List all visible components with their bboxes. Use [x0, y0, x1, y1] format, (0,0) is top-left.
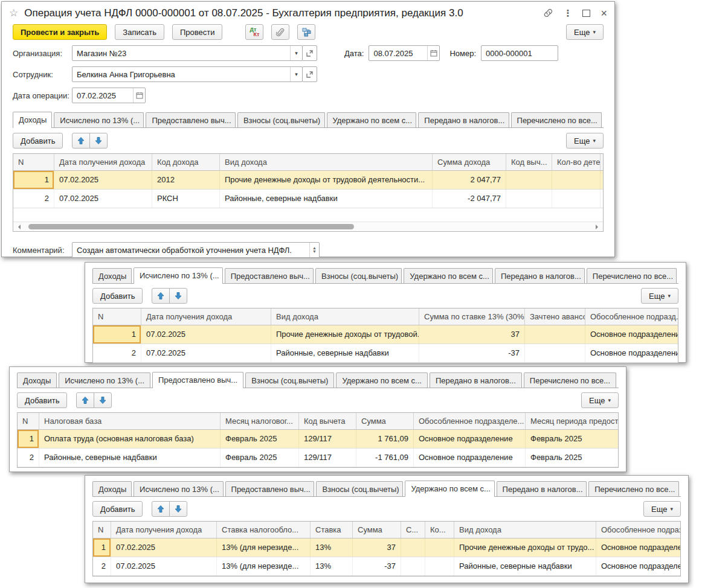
cell[interactable]: Районные, северные надбавки	[271, 344, 419, 362]
column-header[interactable]: Вид дохода	[454, 522, 596, 538]
cell[interactable]: 2	[13, 190, 54, 208]
column-header[interactable]: N	[13, 154, 54, 170]
cell[interactable]: -2 047,77	[433, 190, 506, 208]
more-button[interactable]: Еще▾	[566, 24, 604, 40]
cell[interactable]: Основное подразделение	[585, 325, 678, 344]
cell[interactable]: Районные, северные надбавки	[39, 449, 221, 467]
scroll-right-icon[interactable]	[596, 225, 601, 229]
column-header[interactable]: Вид дохода	[271, 308, 419, 325]
cell[interactable]: 07.02.2025	[111, 538, 217, 557]
link-icon[interactable]	[544, 8, 553, 18]
cell[interactable]	[425, 538, 454, 557]
column-header[interactable]: Дата получения дохода	[141, 308, 271, 325]
cell[interactable]: 07.02.2025	[141, 325, 271, 344]
favorite-star-icon[interactable]: ☆	[9, 7, 18, 19]
move-up-button[interactable]	[72, 133, 90, 149]
cell[interactable]	[525, 344, 585, 362]
column-header[interactable]: Месяц периода предост...	[526, 413, 619, 429]
horizontal-scrollbar[interactable]	[13, 222, 603, 231]
tab-4[interactable]: Взносы (соц.вычеты)	[237, 112, 325, 127]
cell[interactable]: Оплата труда (основная налоговая база)	[39, 430, 221, 448]
cell[interactable]: Районные, северные надбавки	[454, 557, 596, 575]
scrollbar-thumb[interactable]	[28, 224, 353, 229]
cell[interactable]	[506, 171, 552, 189]
cell[interactable]	[525, 325, 585, 344]
maximize-icon[interactable]	[582, 10, 590, 17]
cell[interactable]: Прочие денежные доходы от трудовой деяте…	[220, 171, 433, 189]
cell[interactable]: 2	[93, 344, 141, 362]
tab-6[interactable]: Передано в налогов...	[430, 372, 522, 388]
cell[interactable]: 1	[18, 430, 39, 448]
column-header[interactable]: Дата получения дохода	[54, 154, 152, 170]
column-header[interactable]: Обособленное подразд...	[585, 308, 678, 325]
cell[interactable]: 2	[18, 449, 39, 467]
cell[interactable]: 2 047,77	[433, 171, 506, 189]
move-down-button[interactable]	[89, 133, 108, 149]
tab-5[interactable]: Удержано по всем с...	[327, 112, 417, 127]
chevron-down-icon[interactable]: ▾	[295, 50, 298, 56]
table-row[interactable]: 107.02.202513% (для нерезиде...13%37Проч…	[93, 538, 680, 557]
close-icon[interactable]: ×	[601, 9, 607, 18]
table-row[interactable]: 207.02.2025РКСНРайонные, северные надбав…	[13, 190, 603, 208]
cell[interactable]	[552, 190, 601, 208]
number-field[interactable]: 0000-000001	[481, 45, 558, 61]
tab-2[interactable]: Исчислено по 13% (...	[54, 112, 144, 127]
cell[interactable]: Февраль 2025	[221, 430, 299, 448]
cell[interactable]	[401, 538, 425, 557]
cell[interactable]: Основное подразделение	[414, 430, 526, 448]
tab-5[interactable]: Удержано по всем с...	[405, 481, 494, 497]
move-down-button[interactable]	[169, 501, 187, 517]
structure-button[interactable]	[297, 24, 315, 40]
column-header[interactable]: Ставка налогообло...	[217, 522, 311, 538]
cell[interactable]: Районные, северные надбавки	[220, 190, 433, 208]
add-button[interactable]: Добавить	[17, 392, 67, 408]
column-header[interactable]: Сумма	[353, 522, 401, 538]
tab-7[interactable]: Перечислено по все...	[524, 372, 616, 388]
add-button[interactable]: Добавить	[13, 133, 63, 149]
column-header[interactable]: Код дохода	[152, 154, 220, 170]
tab-3[interactable]: Предоставлено выч...	[225, 481, 315, 496]
cell[interactable]: Прочие денежные доходы от трудо...	[454, 538, 596, 557]
cell[interactable]: 13% (для нерезиде...	[217, 557, 311, 575]
write-button[interactable]: Записать	[115, 24, 164, 40]
cell[interactable]: -37	[419, 344, 525, 362]
cell[interactable]: Основное подразделение	[414, 449, 526, 467]
cell[interactable]	[552, 171, 601, 189]
tab-6[interactable]: Передано в налогов...	[418, 112, 509, 127]
cell[interactable]: Основное подразделение	[596, 557, 681, 575]
cell[interactable]: Основное подразделение	[596, 538, 681, 557]
column-header[interactable]: С...	[401, 522, 425, 538]
tab-1[interactable]: Доходы	[92, 268, 132, 283]
spinner-icons[interactable]: ▲▼	[309, 243, 319, 257]
tab-2[interactable]: Исчислено по 13% (...	[59, 372, 150, 388]
tab-1[interactable]: Доходы	[92, 481, 132, 496]
cell[interactable]: 1	[13, 171, 54, 189]
post-button[interactable]: Провести	[172, 24, 223, 40]
tab-7[interactable]: Перечислено по все...	[588, 481, 679, 496]
cell[interactable]: 37	[419, 325, 525, 344]
cell[interactable]	[401, 557, 425, 575]
tab-5[interactable]: Удержано по всем с...	[336, 372, 428, 388]
more-button[interactable]: Еще▾	[581, 392, 619, 408]
table-row[interactable]: 1Оплата труда (основная налоговая база)Ф…	[18, 430, 618, 449]
tab-3[interactable]: Предоставлено выч...	[152, 372, 243, 388]
comment-field[interactable]: Создан автоматически обработкой уточнени…	[72, 242, 320, 258]
cell[interactable]	[425, 557, 454, 575]
tab-3[interactable]: Предоставлено выч...	[225, 268, 314, 283]
cell[interactable]: Прочие денежные доходы от трудовой...	[271, 325, 419, 344]
table-row[interactable]: 107.02.2025Прочие денежные доходы от тру…	[93, 325, 678, 344]
operation-date-field[interactable]: 07.02.2025	[72, 88, 146, 103]
move-up-button[interactable]	[152, 501, 170, 517]
date-field[interactable]: 08.07.2025	[369, 45, 440, 61]
cell[interactable]: 07.02.2025	[54, 171, 152, 189]
chevron-down-icon[interactable]: ▾	[295, 71, 298, 77]
cell[interactable]: 129/117	[299, 430, 356, 448]
open-organization-button[interactable]	[302, 45, 317, 61]
column-header[interactable]: Ставка	[311, 522, 353, 538]
scroll-left-icon[interactable]	[16, 225, 21, 229]
column-header[interactable]: Кол-во дете	[552, 154, 601, 170]
tab-6[interactable]: Передано в налогов...	[495, 268, 585, 283]
tab-3[interactable]: Предоставлено выч...	[146, 112, 236, 127]
column-header[interactable]: Зачтено авансов	[525, 308, 585, 325]
attachments-button[interactable]	[271, 24, 289, 40]
